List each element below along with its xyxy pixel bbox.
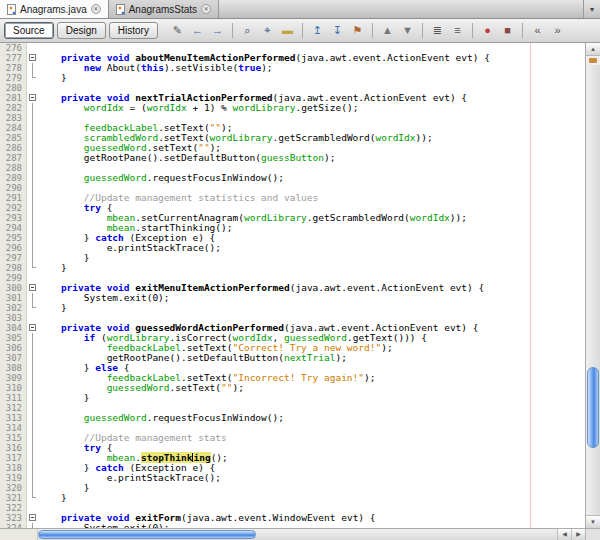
code-text[interactable]: guessedWord.setText(""); [38,383,585,393]
fold-end-icon [32,73,36,78]
code-text[interactable]: e.printStackTrace(); [38,243,585,253]
toggle-highlight-icon[interactable]: ▬ [278,21,297,40]
tab-close-icon[interactable]: ✕ [201,4,211,14]
fold-column [27,333,38,343]
fold-line [32,243,33,253]
code-editor[interactable]: 276277 private void aboutMenuItemActionP… [0,43,585,528]
line-number: 288 [0,163,27,173]
code-text[interactable]: } [38,393,585,403]
code-text[interactable]: } [38,303,585,313]
vertical-scroll-thumb[interactable] [587,367,599,448]
comment-icon[interactable]: ≣ [428,21,447,40]
code-text[interactable]: } [38,73,585,83]
fold-collapse-icon[interactable] [29,514,36,521]
scroll-down-icon[interactable]: ▼ [586,515,600,528]
fold-line [32,233,33,243]
last-edit-icon[interactable]: ✎ [168,21,187,40]
scroll-left-icon[interactable]: ◀ [557,529,571,540]
previous-bookmark-icon[interactable]: ↥ [308,21,327,40]
fold-column [27,163,38,173]
vertical-scrollbar[interactable]: ▲ ▼ [585,43,600,528]
code-token: = ( [124,102,147,113]
fold-line [32,223,33,233]
line-number: 322 [0,503,27,513]
code-text[interactable]: new About(this).setVisible(true); [38,63,585,73]
code-token: "Incorrect! Try again!" [232,372,364,383]
stop-macro-icon[interactable]: ■ [498,21,517,40]
line-number: 285 [0,133,27,143]
toggle-bookmark-icon[interactable]: ⚑ [348,21,367,40]
line-number: 295 [0,233,27,243]
scroll-right-icon[interactable]: ▶ [571,529,585,540]
find-selection-icon[interactable]: ⌖ [258,21,277,40]
code-line: 301 System.exit(0); [0,293,585,303]
tab-close-icon[interactable]: ✕ [91,4,101,14]
scroll-up-icon[interactable]: ▲ [586,43,600,56]
find-icon[interactable]: ⌕ [238,21,257,40]
fold-column [27,293,38,303]
previous-occurrence-icon[interactable]: ▲ [378,21,397,40]
code-text[interactable]: getRootPane().setDefaultButton(guessButt… [38,153,585,163]
code-text[interactable]: System.exit(0); [38,523,585,528]
code-text[interactable]: guessedWord.requestFocusInWindow(); [38,413,585,423]
code-text[interactable]: //Update management statistics and value… [38,193,585,203]
code-text[interactable]: } [38,253,585,263]
tab-anagramsstats[interactable]: AnagramsStats✕ [109,0,219,18]
code-text[interactable]: wordIdx = (wordIdx + 1) % wordLibrary.ge… [38,103,585,113]
fold-column [27,523,38,528]
code-token: wordIdx [147,102,187,113]
fold-line [32,203,33,213]
start-macro-icon[interactable]: ● [478,21,497,40]
fold-column [27,203,38,213]
code-token: )); [416,132,433,143]
view-button-source[interactable]: Source [4,22,54,39]
code-token: ); [324,152,335,163]
fold-collapse-icon[interactable] [29,94,36,101]
fold-collapse-icon[interactable] [29,324,36,331]
code-text[interactable]: e.printStackTrace(); [38,473,585,483]
fold-line [32,443,33,453]
tab-list-button[interactable]: ▾ [583,0,600,18]
fold-line [32,103,33,113]
horizontal-scroll-thumb[interactable] [38,530,256,539]
horizontal-scroll-track[interactable] [38,529,557,540]
line-number: 311 [0,393,27,403]
code-token: ); [381,342,392,353]
horizontal-scrollbar[interactable]: ◀ ▶ [0,528,600,540]
line-number: 303 [0,313,27,323]
view-button-design[interactable]: Design [57,22,106,39]
shift-left-icon[interactable]: « [528,21,547,40]
fold-column [27,43,38,53]
code-text[interactable]: } [38,483,585,493]
code-text[interactable]: } [38,493,585,503]
code-token: } [38,262,67,273]
code-text[interactable]: System.exit(0); [38,293,585,303]
code-line: 313 guessedWord.requestFocusInWindow(); [0,413,585,423]
code-token: //Update management statistics and value… [84,192,319,203]
code-line: 321 } [0,493,585,503]
fold-line [32,473,33,483]
vertical-scroll-track[interactable] [586,65,600,515]
code-text[interactable]: //Update management stats [38,433,585,443]
next-occurrence-icon[interactable]: ▼ [398,21,417,40]
back-icon[interactable]: ← [188,21,207,40]
code-token: guessButton [261,152,324,163]
code-text[interactable]: guessedWord.requestFocusInWindow(); [38,173,585,183]
fold-collapse-icon[interactable] [29,54,36,61]
code-line: 324 System.exit(0); [0,523,585,528]
fold-line [32,463,33,473]
uncomment-icon[interactable]: ≡ [448,21,467,40]
tab-label: Anagrams.java [20,4,87,15]
fold-collapse-icon[interactable] [29,284,36,291]
code-token: (java.awt.event.ActionEvent evt) { [290,282,484,293]
code-text[interactable]: } [38,263,585,273]
code-token: getRootPane().setDefaultButton( [38,152,261,163]
view-button-history[interactable]: History [109,22,158,39]
error-stripe-mark[interactable] [589,58,597,63]
code-line: 311 } [0,393,585,403]
shift-right-icon[interactable]: » [548,21,567,40]
next-bookmark-icon[interactable]: ↧ [328,21,347,40]
tab-anagrams-java[interactable]: Anagrams.java✕ [0,0,109,18]
fold-column [27,423,38,433]
forward-icon[interactable]: → [208,21,227,40]
